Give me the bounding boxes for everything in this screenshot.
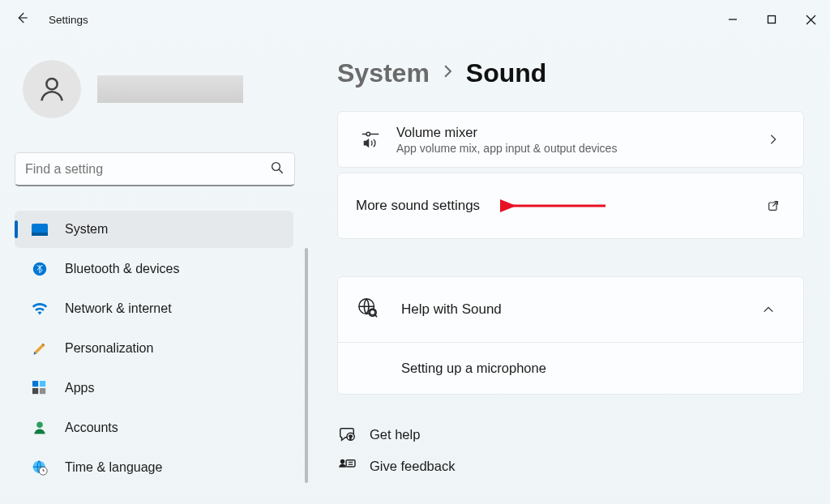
more-sound-settings-card[interactable]: More sound settings [337,173,804,239]
row-title: Volume mixer [396,125,761,140]
person-icon [31,419,49,437]
nav-label: Personalization [65,341,153,356]
chevron-up-icon [756,305,781,314]
minimize-button[interactable] [713,0,752,39]
help-item-microphone[interactable]: Setting up a microphone [338,342,803,394]
svg-line-25 [374,314,377,317]
display-icon [31,220,49,238]
sidebar: System Bluetooth & devices Network & int… [0,39,308,504]
svg-rect-8 [32,233,48,236]
avatar [23,60,81,118]
link-label: Get help [370,427,420,442]
get-help-link[interactable]: ? Get help [337,425,804,443]
nav-apps[interactable]: Apps [15,369,293,407]
help-item-label: Setting up a microphone [401,361,546,375]
footer-links: ? Get help Give feedback [337,425,804,474]
globe-clock-icon [31,459,49,476]
svg-rect-1 [768,16,776,23]
nav-bluetooth[interactable]: Bluetooth & devices [15,250,293,288]
svg-point-5 [272,162,280,170]
window-controls [713,0,830,39]
title-bar: Settings [0,0,830,39]
nav-personalization[interactable]: Personalization [15,330,293,367]
give-feedback-link[interactable]: Give feedback [337,458,804,474]
svg-point-28 [340,459,344,463]
volume-mixer-card[interactable]: Volume mixer App volume mix, app input &… [337,111,804,168]
search-box[interactable] [15,152,295,186]
apps-icon [31,379,49,397]
svg-point-14 [36,422,43,429]
svg-rect-10 [32,381,38,387]
search-input[interactable] [25,162,270,177]
nav-system[interactable]: System [15,211,293,248]
help-with-sound-card: Help with Sound Setting up a microphone [337,276,804,395]
maximize-button[interactable] [752,0,791,39]
external-link-icon [761,199,785,212]
search-icon [270,160,285,178]
nav-accounts[interactable]: Accounts [15,409,293,446]
chevron-right-icon [443,64,453,83]
link-label: Give feedback [370,459,455,474]
nav-label: Network & internet [65,301,172,316]
user-name-placeholder [97,75,243,103]
svg-rect-13 [40,388,45,394]
bluetooth-icon [31,260,49,278]
chevron-right-icon [761,134,785,145]
window-title: Settings [49,14,88,26]
breadcrumb: System Sound [337,58,804,88]
nav-label: Time & language [65,460,162,475]
feedback-icon [337,458,357,474]
svg-line-6 [279,169,283,173]
nav-label: Apps [65,381,94,395]
mixer-icon [356,130,387,149]
wifi-icon [31,300,49,318]
help-chat-icon: ? [337,425,357,443]
back-button[interactable] [15,11,29,28]
nav: System Bluetooth & devices Network & int… [15,211,293,486]
svg-point-18 [366,132,370,135]
row-subtitle: App volume mix, app input & output devic… [396,142,761,155]
red-arrow-annotation [500,173,614,238]
breadcrumb-parent[interactable]: System [337,58,430,88]
nav-label: System [65,222,108,237]
nav-time-language[interactable]: Time & language [15,449,293,486]
globe-search-icon [357,297,385,322]
svg-point-4 [46,79,57,89]
main-content: System Sound Volume mixer App volume mix… [308,39,830,504]
paintbrush-icon [31,340,49,357]
svg-rect-29 [346,460,355,467]
sidebar-scrollbar[interactable] [305,248,308,483]
svg-rect-11 [40,381,45,387]
svg-rect-12 [32,388,38,394]
help-title: Help with Sound [401,301,756,318]
profile-block[interactable] [23,60,293,118]
nav-label: Bluetooth & devices [65,262,179,276]
help-header[interactable]: Help with Sound [338,277,803,342]
breadcrumb-current: Sound [466,58,547,88]
nav-network[interactable]: Network & internet [15,290,293,327]
svg-text:?: ? [349,434,353,441]
nav-label: Accounts [65,421,118,435]
close-button[interactable] [791,0,830,39]
